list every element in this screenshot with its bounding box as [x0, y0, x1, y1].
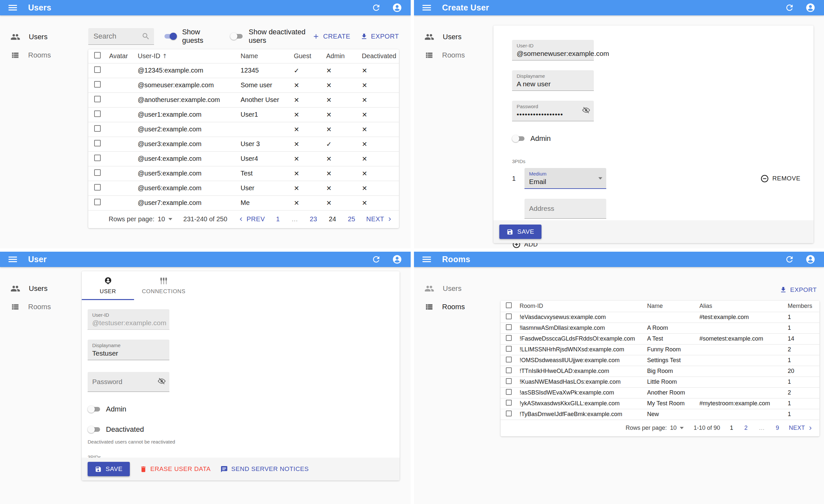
menu-icon[interactable]	[422, 5, 431, 10]
password-field[interactable]: Password	[88, 372, 169, 392]
table-row[interactable]: @user7:example.com Me ✕ ✕ ✕	[88, 196, 399, 210]
sidebar-item-rooms[interactable]: Rooms	[0, 46, 88, 65]
table-row[interactable]: !KuasNWEMasdHasLOs:example.com Little Ro…	[501, 377, 819, 387]
row-checkbox[interactable]	[94, 140, 101, 146]
create-button[interactable]: CREATE	[312, 33, 350, 40]
row-checkbox[interactable]	[94, 125, 101, 132]
page-number[interactable]: 25	[348, 215, 355, 223]
visibility-off-icon[interactable]	[157, 377, 166, 387]
rows-per-page-select[interactable]: Rows per page: 10	[109, 215, 172, 223]
menu-icon[interactable]	[422, 257, 431, 262]
table-row[interactable]: !asSBSlsdWEvaXwPk:example.com Another Ro…	[501, 387, 819, 398]
account-circle-icon[interactable]	[805, 3, 816, 13]
sidebar-item-users[interactable]: Users	[0, 279, 82, 298]
tab-connections[interactable]: CONNECTIONS	[134, 271, 193, 300]
row-checkbox[interactable]	[94, 155, 101, 161]
row-checkbox[interactable]	[94, 184, 101, 191]
sidebar-item-users[interactable]: Users	[414, 279, 499, 298]
admin-toggle[interactable]	[88, 405, 101, 413]
export-button[interactable]: EXPORT	[360, 33, 399, 40]
user-id-field[interactable]: User-ID @somenewuser:example.com	[512, 40, 594, 60]
page-number[interactable]: 24	[329, 215, 336, 223]
prev-page-button[interactable]: PREV	[238, 215, 265, 223]
displayname-field[interactable]: Displayname A new user	[512, 70, 594, 91]
table-row[interactable]: !LLIMSSNHrhRjsdWNXsd:example.com Funny R…	[501, 344, 819, 355]
row-checkbox[interactable]	[94, 96, 101, 102]
page-number[interactable]: 1	[730, 424, 733, 431]
sidebar-item-users[interactable]: Users	[414, 28, 493, 46]
row-checkbox[interactable]	[506, 400, 512, 406]
page-number[interactable]: …	[758, 424, 764, 431]
table-row[interactable]: !TTnIslkHHweOLAD:example.com Big Room 20	[501, 366, 819, 377]
remove-threepid-button[interactable]: REMOVE	[760, 174, 801, 183]
select-all-checkbox[interactable]	[506, 302, 512, 308]
table-row[interactable]: @someuser:example.com Some user ✕ ✕ ✕	[88, 78, 399, 93]
sidebar-item-rooms[interactable]: Rooms	[414, 46, 493, 65]
export-button[interactable]: EXPORT	[780, 286, 817, 293]
table-row[interactable]: @user1:example.com User1 ✕ ✕ ✕	[88, 107, 399, 122]
table-row[interactable]: !eVasdacvxysewus:example.com #test:examp…	[501, 312, 819, 323]
col-user-id[interactable]: User-ID↑	[135, 49, 238, 63]
show-deactivated-toggle[interactable]	[230, 32, 243, 40]
menu-icon[interactable]	[8, 5, 17, 10]
select-all-checkbox[interactable]	[94, 52, 101, 58]
table-row[interactable]: !TyBasDmweIJdfFaeBmk:example.com New 1	[501, 409, 819, 420]
refresh-icon[interactable]	[372, 3, 381, 12]
page-number[interactable]: …	[291, 215, 298, 223]
account-circle-icon[interactable]	[392, 3, 402, 13]
table-row[interactable]: @user3:example.com User 3 ✕ ✓ ✕	[88, 137, 399, 151]
sidebar-item-rooms[interactable]: Rooms	[0, 298, 82, 316]
row-checkbox[interactable]	[94, 169, 101, 176]
row-checkbox[interactable]	[94, 67, 101, 73]
address-field[interactable]: Address	[524, 199, 606, 219]
tab-user[interactable]: USER	[82, 271, 134, 300]
save-button[interactable]: SAVE	[88, 462, 130, 476]
row-checkbox[interactable]	[506, 367, 512, 373]
table-row[interactable]: !OMSDsdweassllUUjjwe:example.com Setting…	[501, 355, 819, 366]
table-row[interactable]: @user6:example.com User ✕ ✕ ✕	[88, 181, 399, 196]
page-number[interactable]: 9	[776, 424, 779, 431]
refresh-icon[interactable]	[372, 255, 381, 264]
account-circle-icon[interactable]	[392, 254, 402, 264]
table-row[interactable]: @user4:example.com User4 ✕ ✕ ✕	[88, 151, 399, 166]
medium-select[interactable]: Medium Email	[524, 168, 606, 189]
password-field[interactable]: Password •••••••••••••••••	[512, 101, 594, 121]
row-checkbox[interactable]	[506, 346, 512, 352]
row-checkbox[interactable]	[506, 324, 512, 330]
table-row[interactable]: @user2:example.com ✕ ✕ ✕	[88, 122, 399, 137]
page-number[interactable]: 2	[744, 424, 747, 431]
row-checkbox[interactable]	[506, 378, 512, 384]
table-row[interactable]: @user5:example.com Test ✕ ✕ ✕	[88, 166, 399, 181]
row-checkbox[interactable]	[506, 313, 512, 319]
page-number[interactable]: 1	[276, 215, 280, 223]
menu-icon[interactable]	[8, 257, 17, 262]
show-guests-toggle[interactable]	[164, 32, 177, 40]
page-number[interactable]: 23	[310, 215, 317, 223]
row-checkbox[interactable]	[506, 410, 512, 416]
table-row[interactable]: @anotheruser:example.com Another User ✕ …	[88, 93, 399, 107]
row-checkbox[interactable]	[94, 199, 101, 205]
rows-per-page-select[interactable]: Rows per page: 10	[625, 424, 684, 431]
sidebar-item-rooms[interactable]: Rooms	[414, 298, 499, 316]
deactivated-toggle[interactable]	[88, 425, 101, 433]
row-checkbox[interactable]	[94, 111, 101, 117]
table-row[interactable]: !FasdweDssccaGLdsFRddsOl:example.com A T…	[501, 334, 819, 344]
erase-user-data-button[interactable]: ERASE USER DATA	[140, 466, 211, 473]
next-page-button[interactable]: NEXT	[789, 424, 813, 431]
table-row[interactable]: @12345:example.com 12345 ✓ ✕ ✕	[88, 63, 399, 78]
row-checkbox[interactable]	[506, 335, 512, 341]
refresh-icon[interactable]	[785, 255, 794, 264]
sidebar-item-users[interactable]: Users	[0, 28, 88, 46]
row-checkbox[interactable]	[506, 357, 512, 363]
row-checkbox[interactable]	[506, 389, 512, 395]
displayname-field[interactable]: Displayname Testuser	[88, 340, 169, 360]
account-circle-icon[interactable]	[805, 254, 816, 264]
refresh-icon[interactable]	[785, 3, 794, 12]
next-page-button[interactable]: NEXT	[366, 215, 392, 223]
table-row[interactable]: !lasmnwASmDllasi:example.com A Room 1	[501, 323, 819, 334]
row-checkbox[interactable]	[94, 81, 101, 88]
admin-toggle[interactable]	[512, 135, 525, 142]
save-button[interactable]: SAVE	[499, 225, 541, 239]
visibility-off-icon[interactable]	[582, 106, 591, 116]
send-server-notices-button[interactable]: SEND SERVER NOTICES	[220, 466, 309, 473]
